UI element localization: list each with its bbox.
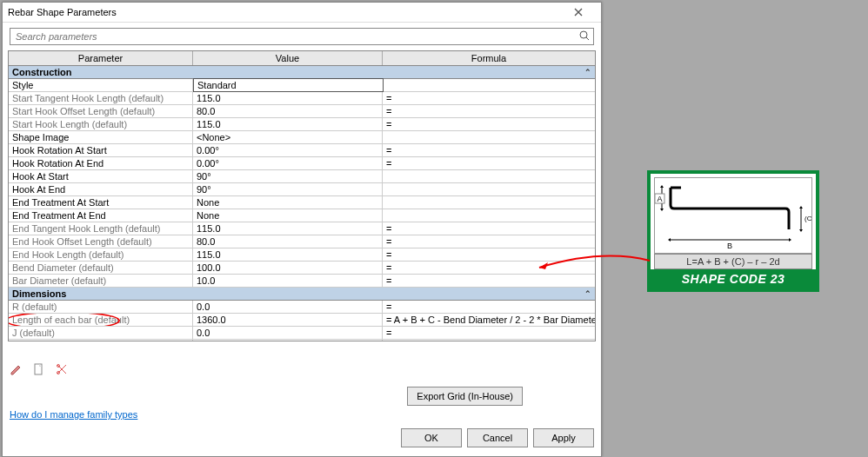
close-button[interactable] bbox=[561, 3, 596, 22]
param-value[interactable]: None bbox=[193, 196, 383, 209]
apply-button[interactable]: Apply bbox=[533, 428, 594, 447]
search-box[interactable] bbox=[10, 28, 594, 45]
new-page-icon[interactable] bbox=[32, 362, 46, 378]
parameters-grid-container: Parameter Value Formula Construction ⌃ S… bbox=[3, 50, 601, 357]
param-value[interactable]: 115.0 bbox=[193, 92, 383, 104]
rebar-shape-parameters-dialog: Rebar Shape Parameters Parameter Value F… bbox=[2, 2, 602, 457]
row-end-tangent-hook-length[interactable]: End Tangent Hook Length (default)115.0= bbox=[9, 222, 595, 235]
param-name: Hook At End bbox=[9, 183, 193, 195]
search-icon bbox=[578, 30, 591, 42]
row-shape-image[interactable]: Shape Image<None> bbox=[9, 131, 595, 144]
param-formula[interactable]: = bbox=[383, 327, 595, 339]
param-value[interactable]: 0.0 bbox=[193, 327, 383, 339]
export-grid-button[interactable]: Export Grid (In-House) bbox=[407, 387, 523, 406]
param-name: Start Hook Length (default) bbox=[9, 118, 193, 130]
row-r[interactable]: R (default)0.0= bbox=[9, 301, 595, 314]
param-name: Start Hook Offset Length (default) bbox=[9, 105, 193, 117]
param-formula[interactable] bbox=[383, 183, 595, 195]
row-length-of-each-bar[interactable]: Length of each bar (default)1360.0= A + … bbox=[9, 314, 595, 327]
row-hook-at-start[interactable]: Hook At Start90° bbox=[9, 170, 595, 183]
param-formula[interactable]: = A + B + C - Bend Diameter / 2 - 2 * Ba… bbox=[383, 314, 595, 326]
search-container bbox=[3, 23, 601, 50]
param-name: End Hook Offset Length (default) bbox=[9, 235, 193, 248]
param-formula[interactable]: = bbox=[383, 301, 595, 313]
cancel-button[interactable]: Cancel bbox=[467, 428, 528, 447]
param-value[interactable]: 0.00° bbox=[193, 144, 383, 156]
param-value[interactable]: 10.0 bbox=[193, 275, 383, 287]
row-j[interactable]: J (default)0.0= bbox=[9, 327, 595, 340]
shape-formula: L=A + B + (C) – r – 2d bbox=[654, 254, 812, 269]
param-value[interactable]: 115.0 bbox=[193, 118, 383, 130]
row-end-treatment-start[interactable]: End Treatment At StartNone bbox=[9, 196, 595, 209]
param-value[interactable]: Standard bbox=[193, 78, 384, 92]
header-parameter[interactable]: Parameter bbox=[9, 51, 193, 65]
group-label: Dimensions bbox=[12, 288, 584, 299]
row-style[interactable]: StyleStandard bbox=[9, 79, 595, 92]
param-formula[interactable]: = bbox=[383, 248, 595, 261]
param-name: R (default) bbox=[9, 301, 193, 313]
param-formula[interactable] bbox=[383, 209, 595, 222]
param-formula[interactable] bbox=[383, 131, 595, 143]
param-formula[interactable]: = bbox=[383, 262, 595, 274]
param-name: Hook Rotation At Start bbox=[9, 144, 193, 156]
param-name: J (default) bbox=[9, 327, 193, 339]
param-formula[interactable] bbox=[383, 196, 595, 209]
param-value[interactable]: 115.0 bbox=[193, 222, 383, 235]
cut-scissors-icon[interactable] bbox=[55, 362, 69, 378]
svg-rect-1 bbox=[35, 364, 42, 374]
param-value[interactable]: 90° bbox=[193, 183, 383, 195]
param-value[interactable]: 0.00° bbox=[193, 157, 383, 169]
parameters-grid[interactable]: Parameter Value Formula Construction ⌃ S… bbox=[8, 50, 596, 341]
param-value[interactable]: 1360.0 bbox=[193, 314, 383, 326]
param-formula[interactable]: = bbox=[383, 275, 595, 287]
param-value[interactable]: 80.0 bbox=[193, 235, 383, 248]
ok-button[interactable]: OK bbox=[401, 428, 462, 447]
param-formula[interactable]: = bbox=[383, 118, 595, 130]
param-name: Shape Image bbox=[9, 131, 193, 143]
shape-code-label: SHAPE CODE 23 bbox=[651, 269, 816, 288]
row-hook-rotation-end[interactable]: Hook Rotation At End0.00°= bbox=[9, 157, 595, 170]
row-bar-diameter[interactable]: Bar Diameter (default)10.0= bbox=[9, 275, 595, 288]
close-icon bbox=[574, 8, 583, 17]
shape-code-card: A B (C) L=A + B + (C) – r – 2d SHAPE COD… bbox=[647, 170, 819, 292]
param-name: Hook Rotation At End bbox=[9, 157, 193, 169]
manage-family-types-link[interactable]: How do I manage family types bbox=[10, 409, 137, 420]
param-name: End Hook Length (default) bbox=[9, 248, 193, 261]
header-value[interactable]: Value bbox=[193, 51, 383, 65]
param-value[interactable]: 115.0 bbox=[193, 248, 383, 261]
group-dimensions[interactable]: Dimensions ⌃ bbox=[9, 288, 595, 301]
row-end-hook-length[interactable]: End Hook Length (default)115.0= bbox=[9, 248, 595, 262]
edit-pencil-icon[interactable] bbox=[10, 362, 23, 378]
param-value[interactable]: None bbox=[193, 209, 383, 222]
param-formula[interactable]: = bbox=[383, 92, 595, 104]
row-start-hook-offset-length[interactable]: Start Hook Offset Length (default)80.0= bbox=[9, 105, 595, 118]
row-bend-diameter[interactable]: Bend Diameter (default)100.0= bbox=[9, 262, 595, 275]
param-name: End Tangent Hook Length (default) bbox=[9, 222, 193, 235]
row-start-hook-length[interactable]: Start Hook Length (default)115.0= bbox=[9, 118, 595, 131]
header-formula[interactable]: Formula bbox=[383, 51, 595, 65]
param-formula[interactable] bbox=[383, 170, 595, 182]
row-end-treatment-end[interactable]: End Treatment At EndNone bbox=[9, 209, 595, 222]
help-link-row: How do I manage family types bbox=[3, 407, 601, 423]
param-value[interactable]: <None> bbox=[193, 131, 383, 143]
row-end-hook-offset-length[interactable]: End Hook Offset Length (default)80.0= bbox=[9, 235, 595, 248]
export-row: Export Grid (In-House) bbox=[3, 383, 601, 407]
param-value[interactable]: 0.0 bbox=[193, 301, 383, 313]
param-value[interactable]: 100.0 bbox=[193, 262, 383, 274]
param-formula[interactable]: = bbox=[383, 105, 595, 117]
param-name: Hook At Start bbox=[9, 170, 193, 182]
param-formula[interactable] bbox=[384, 79, 595, 91]
row-hook-rotation-start[interactable]: Hook Rotation At Start0.00°= bbox=[9, 144, 595, 157]
group-construction[interactable]: Construction ⌃ bbox=[9, 66, 595, 79]
param-name: End Treatment At End bbox=[9, 209, 193, 222]
row-start-tangent-hook-length[interactable]: Start Tangent Hook Length (default)115.0… bbox=[9, 92, 595, 105]
param-formula[interactable]: = bbox=[383, 144, 595, 156]
row-hook-at-end[interactable]: Hook At End90° bbox=[9, 183, 595, 196]
param-formula[interactable]: = bbox=[383, 235, 595, 248]
search-input[interactable] bbox=[14, 30, 578, 43]
param-formula[interactable]: = bbox=[383, 157, 595, 169]
svg-text:B: B bbox=[727, 242, 732, 250]
param-value[interactable]: 80.0 bbox=[193, 105, 383, 117]
param-value[interactable]: 90° bbox=[193, 170, 383, 182]
param-formula[interactable]: = bbox=[383, 222, 595, 235]
